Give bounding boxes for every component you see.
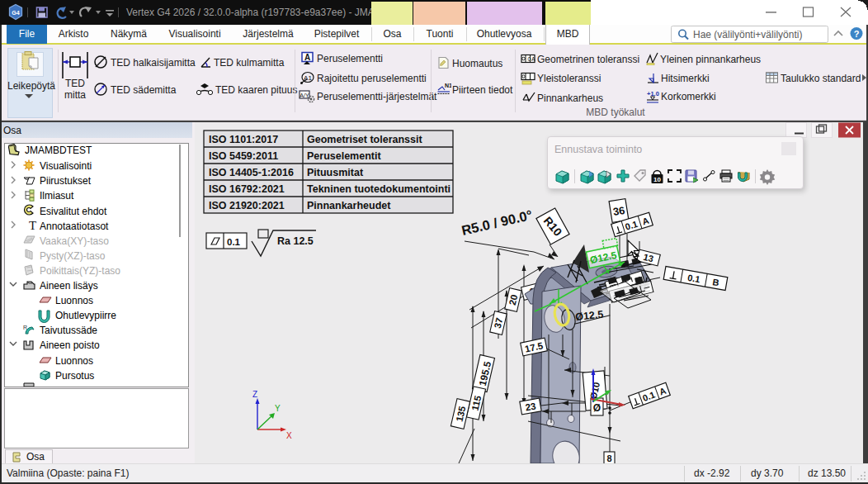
svg-text:Z: Z: [252, 390, 257, 399]
svg-text:Esivalitut ehdot: Esivalitut ehdot: [40, 206, 107, 217]
svg-text:0.1: 0.1: [227, 237, 241, 247]
svg-text:ISO 16792:2021: ISO 16792:2021: [209, 183, 285, 195]
svg-text:Ø12.5: Ø12.5: [575, 309, 604, 323]
svg-text:ISO 1101:2017: ISO 1101:2017: [209, 134, 278, 145]
svg-text:Luonnos: Luonnos: [55, 355, 93, 367]
svg-text:Pituusmitat: Pituusmitat: [307, 167, 364, 178]
svg-text:T: T: [29, 219, 36, 232]
svg-text:Annotaatiotasot: Annotaatiotasot: [40, 221, 109, 232]
svg-text:36: 36: [612, 204, 626, 218]
svg-text:Ohutlevypiirre: Ohutlevypiirre: [55, 310, 116, 321]
svg-text:Ø: Ø: [593, 402, 601, 414]
svg-text:ISO 14405-1:2016: ISO 14405-1:2016: [209, 167, 294, 178]
svg-text:Pursotus: Pursotus: [55, 370, 94, 382]
svg-text:Ra 12.5: Ra 12.5: [277, 235, 314, 247]
svg-text:Pysty(XZ)-taso: Pysty(XZ)-taso: [40, 250, 106, 262]
svg-text:Ilmiasut: Ilmiasut: [40, 190, 74, 202]
svg-text:ISO 21920:2021: ISO 21920:2021: [209, 200, 285, 211]
svg-text:Taivutussäde: Taivutussäde: [40, 325, 97, 336]
svg-text:A/Y: A/Y: [300, 93, 309, 98]
svg-text:8: 8: [606, 453, 611, 463]
svg-text:10: 10: [653, 176, 661, 183]
svg-text:R5.0 / 90.0°: R5.0 / 90.0°: [460, 207, 534, 238]
svg-text:Hae (välilyönti+välilyönti): Hae (välilyönti+välilyönti): [693, 29, 802, 40]
svg-text:ISO 5459:2011: ISO 5459:2011: [209, 150, 278, 162]
svg-text:0: 0: [528, 56, 531, 62]
svg-text:Aineen lisäys: Aineen lisäys: [40, 280, 98, 292]
svg-text:G4: G4: [12, 10, 19, 16]
svg-text:A: A: [304, 53, 310, 62]
svg-text:Luonnos: Luonnos: [55, 295, 93, 306]
svg-text:?: ?: [854, 29, 860, 39]
svg-text:N1: N1: [445, 83, 451, 88]
svg-text:Tekninen tuotedokumentointi: Tekninen tuotedokumentointi: [307, 183, 451, 195]
svg-text:JMAMBDTEST: JMAMBDTEST: [25, 145, 92, 156]
svg-text:A: A: [531, 56, 535, 62]
svg-text:Piirustukset: Piirustukset: [40, 175, 92, 187]
svg-text:X: X: [286, 431, 292, 440]
svg-text:Y: Y: [275, 404, 281, 413]
svg-text:Aineen poisto: Aineen poisto: [40, 339, 100, 351]
svg-text:23: 23: [525, 401, 537, 412]
svg-text:Pinnankarheudet: Pinnankarheudet: [307, 200, 391, 211]
svg-text:Visualisointi: Visualisointi: [40, 160, 92, 172]
svg-text:Poikittais(YZ)-taso: Poikittais(YZ)-taso: [40, 265, 120, 277]
svg-text:Geometriset toleranssit: Geometriset toleranssit: [307, 134, 422, 145]
svg-text:Vaaka(XY)-taso: Vaaka(XY)-taso: [40, 235, 109, 247]
svg-text:Peruselementit: Peruselementit: [307, 150, 381, 162]
